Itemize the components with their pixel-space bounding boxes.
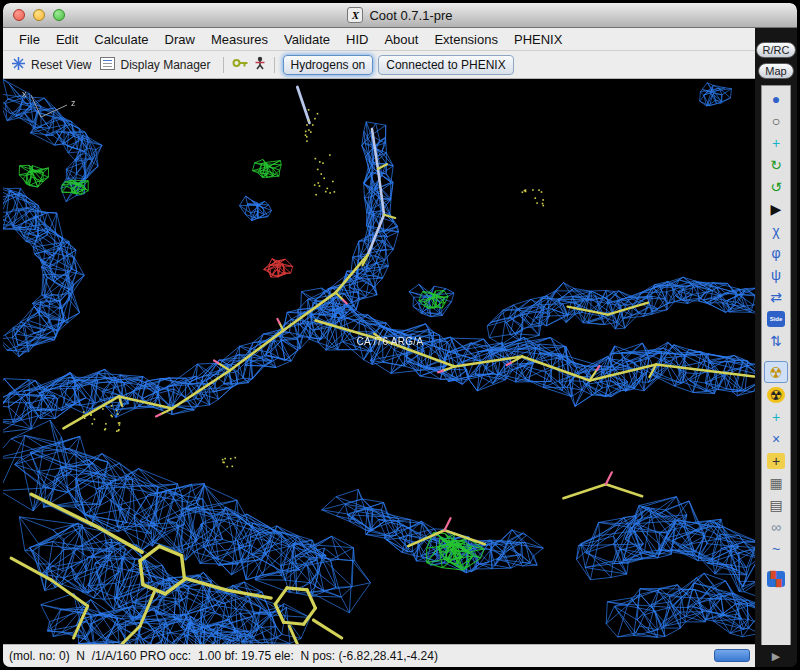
minimize-button[interactable] <box>33 9 45 21</box>
menu-item-phenix[interactable]: PHENIX <box>506 32 570 47</box>
reset-view-icon[interactable] <box>11 56 26 74</box>
statusbar: (mol. no: 0) N /1/A/160 PRO occ: 1.00 bf… <box>3 644 755 667</box>
add-atom-icon[interactable]: + <box>764 407 788 427</box>
rotate-translate-icon[interactable]: ⇄ <box>764 287 788 307</box>
delete-icon[interactable]: ▤ <box>764 495 788 515</box>
status-text: (mol. no: 0) N /1/A/160 PRO occ: 1.00 bf… <box>9 649 438 663</box>
progress-indicator <box>714 649 750 662</box>
right-panel: R/RC Map ●○+↻↺▶χφψ⇄Side⇅☢☢+×+▦▤∞~▚ ▶ <box>755 28 797 667</box>
x11-logo-icon: X <box>347 7 363 23</box>
radiation-icon[interactable]: ☢ <box>767 387 785 403</box>
menubar: FileEditCalculateDrawMeasuresValidateHID… <box>3 28 755 51</box>
display-manager-icon[interactable] <box>100 57 115 73</box>
menu-item-hid[interactable]: HID <box>338 32 376 47</box>
app-window: X Coot 0.7.1-pre FileEditCalculateDrawMe… <box>2 2 798 668</box>
grid-icon[interactable]: ▦ <box>764 473 788 493</box>
rrc-button[interactable]: R/RC <box>756 42 797 58</box>
menu-item-draw[interactable]: Draw <box>157 32 203 47</box>
baton-figure-icon[interactable] <box>254 56 266 73</box>
translate-view-icon[interactable]: + <box>764 133 788 153</box>
graphics-viewport: z x CA /76 ARG/A <box>3 79 755 644</box>
map-button[interactable]: Map <box>758 63 793 79</box>
clear-icon[interactable]: × <box>764 429 788 449</box>
phenix-connection-button[interactable]: Connected to PHENIX <box>378 55 513 75</box>
titlebar: X Coot 0.7.1-pre <box>3 3 797 28</box>
modelling-toolbar: ●○+↻↺▶χφψ⇄Side⇅☢☢+×+▦▤∞~▚ <box>761 85 791 645</box>
refine-icon[interactable]: ↻ <box>764 155 788 175</box>
view-sphere-icon[interactable]: ● <box>764 89 788 109</box>
zoom-button[interactable] <box>53 9 65 21</box>
toolbar: Reset View Display Manager <box>3 51 755 79</box>
radiation-active-icon[interactable]: ☢ <box>764 361 788 383</box>
window-title: X Coot 0.7.1-pre <box>347 7 452 23</box>
torsion-icon[interactable]: ψ <box>764 265 788 285</box>
toolbar-separator <box>223 57 224 73</box>
axis-z-label: z <box>71 98 76 108</box>
density-canvas[interactable] <box>3 79 755 644</box>
side-chain-icon[interactable]: Side <box>767 311 785 327</box>
toolbar-separator <box>274 57 275 73</box>
hydrogens-toggle-button[interactable]: Hydrogens on <box>283 55 374 75</box>
menu-item-measures[interactable]: Measures <box>203 32 276 47</box>
chi-angles-icon[interactable]: φ <box>764 243 788 263</box>
traffic-lights <box>13 9 65 21</box>
window-title-text: Coot 0.7.1-pre <box>369 8 452 23</box>
axis-x-label: x <box>22 89 27 99</box>
add-alt-conf-icon[interactable]: + <box>767 453 785 469</box>
skeleton-icon[interactable]: ~ <box>764 539 788 559</box>
goto-atom-icon[interactable] <box>232 57 249 72</box>
display-flag-icon[interactable]: ▚ <box>767 571 785 587</box>
reset-view-button[interactable]: Reset View <box>31 58 91 72</box>
menu-item-edit[interactable]: Edit <box>48 32 86 47</box>
display-manager-button[interactable]: Display Manager <box>120 58 210 72</box>
rotamer-icon[interactable]: χ <box>764 221 788 241</box>
residue-label: CA /76 ARG/A <box>356 336 423 347</box>
flip-peptide-icon[interactable]: ⇅ <box>764 331 788 351</box>
toolbar-overflow-arrow-icon[interactable]: ▶ <box>772 650 780 663</box>
regularize-icon[interactable]: ↺ <box>764 177 788 197</box>
menu-item-about[interactable]: About <box>376 32 426 47</box>
ligand-icon[interactable]: ∞ <box>764 517 788 537</box>
menu-item-file[interactable]: File <box>11 32 48 47</box>
axes-indicator: z x <box>19 87 83 127</box>
close-button[interactable] <box>13 9 25 21</box>
menu-item-validate[interactable]: Validate <box>276 32 338 47</box>
play-icon[interactable]: ▶ <box>764 199 788 219</box>
menu-item-extensions[interactable]: Extensions <box>426 32 506 47</box>
menu-item-calculate[interactable]: Calculate <box>86 32 156 47</box>
clock-icon[interactable]: ○ <box>764 111 788 131</box>
